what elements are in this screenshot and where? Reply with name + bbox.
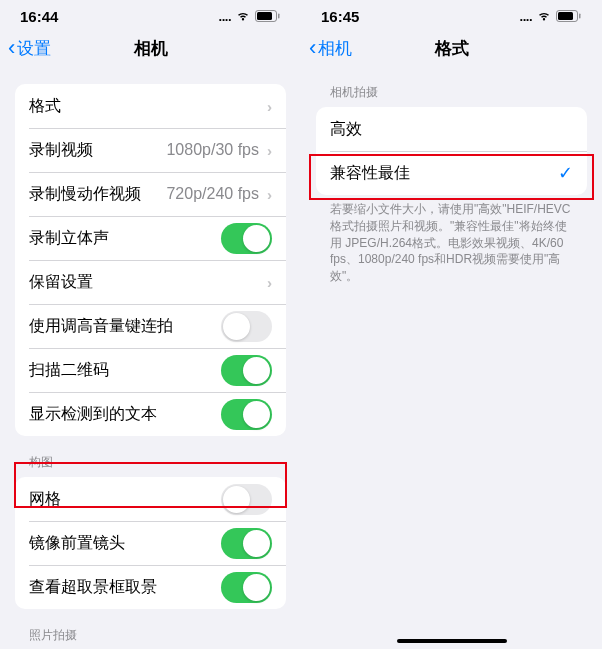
wifi-icon [536,10,552,22]
formats-content: 相机拍摄 高效 兼容性最佳 ✓ 若要缩小文件大小，请使用"高效"HEIF/HEV… [301,70,602,649]
toggle-mirror-front[interactable] [221,528,272,559]
row-formats[interactable]: 格式 › [15,84,286,128]
section-footer-formats: 若要缩小文件大小，请使用"高效"HEIF/HEVC 格式拍摄照片和视频。"兼容性… [316,195,587,285]
chevron-left-icon: ‹ [8,37,15,59]
row-preserve-settings[interactable]: 保留设置 › [15,260,286,304]
svg-rect-2 [278,14,280,19]
checkmark-icon: ✓ [558,162,573,184]
chevron-left-icon: ‹ [309,37,316,59]
back-button[interactable]: ‹ 设置 [8,37,51,60]
row-view-outside-frame[interactable]: 查看超取景框取景 [15,565,286,609]
toggle-grid[interactable] [221,484,272,515]
row-stereo[interactable]: 录制立体声 [15,216,286,260]
status-time: 16:44 [20,8,58,25]
phone-formats-settings: 16:45 .... ‹ 相机 格式 相机拍摄 高效 兼容性最佳 [301,0,602,649]
nav-bar: ‹ 设置 相机 [0,26,301,70]
status-bar: 16:45 .... [301,6,602,26]
page-title: 相机 [134,37,168,60]
svg-rect-1 [257,12,272,20]
row-record-slomo[interactable]: 录制慢动作视频 720p/240 fps › [15,172,286,216]
battery-icon [556,10,582,22]
nav-bar: ‹ 相机 格式 [301,26,602,70]
wifi-icon [235,10,251,22]
row-record-video[interactable]: 录制视频 1080p/30 fps › [15,128,286,172]
row-mirror-front[interactable]: 镜像前置镜头 [15,521,286,565]
settings-content: 格式 › 录制视频 1080p/30 fps › 录制慢动作视频 720p/24… [0,70,301,649]
section-header-composition: 构图 [15,454,286,477]
svg-rect-5 [579,14,581,19]
back-label: 相机 [318,37,352,60]
status-indicators: .... [219,9,281,24]
row-detected-text[interactable]: 显示检测到的文本 [15,392,286,436]
status-bar: 16:44 .... [0,6,301,26]
row-volume-burst[interactable]: 使用调高音量键连拍 [15,304,286,348]
back-label: 设置 [17,37,51,60]
toggle-volume-burst[interactable] [221,311,272,342]
row-scan-qr[interactable]: 扫描二维码 [15,348,286,392]
back-button[interactable]: ‹ 相机 [309,37,352,60]
battery-icon [255,10,281,22]
toggle-detected-text[interactable] [221,399,272,430]
status-time: 16:45 [321,8,359,25]
status-indicators: .... [520,9,582,24]
chevron-right-icon: › [267,98,272,115]
toggle-scan-qr[interactable] [221,355,272,386]
row-most-compatible[interactable]: 兼容性最佳 ✓ [316,151,587,195]
row-grid[interactable]: 网格 [15,477,286,521]
home-indicator [397,639,507,643]
chevron-right-icon: › [267,142,272,159]
section-header-camera-capture: 相机拍摄 [316,84,587,107]
svg-rect-4 [558,12,573,20]
page-title: 格式 [435,37,469,60]
toggle-stereo[interactable] [221,223,272,254]
chevron-right-icon: › [267,274,272,291]
row-high-efficiency[interactable]: 高效 [316,107,587,151]
phone-camera-settings: 16:44 .... ‹ 设置 相机 格式 › 录制视频 [0,0,301,649]
cellular-dots: .... [520,9,532,24]
cellular-dots: .... [219,9,231,24]
toggle-view-outside-frame[interactable] [221,572,272,603]
section-header-photo-capture: 照片拍摄 [15,627,286,649]
chevron-right-icon: › [267,186,272,203]
